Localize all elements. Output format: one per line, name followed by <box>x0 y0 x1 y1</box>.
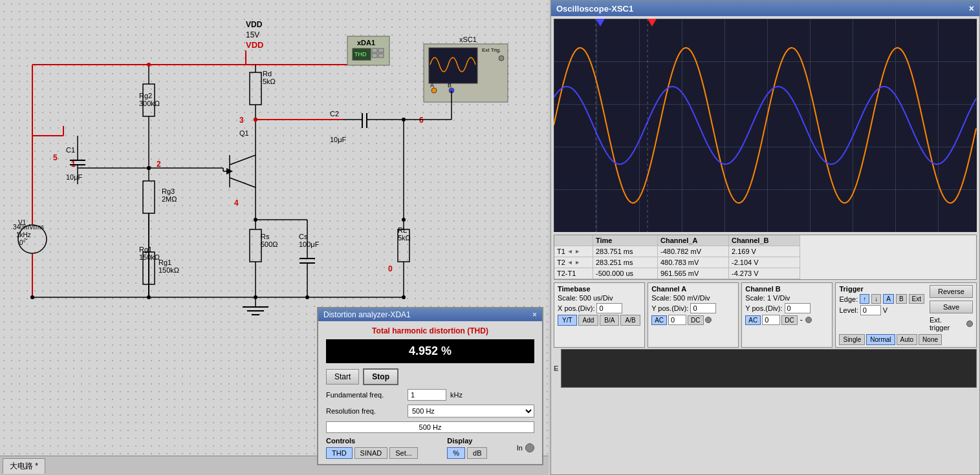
svg-text:Cs: Cs <box>299 233 308 240</box>
chan-ext-button[interactable]: Ext <box>909 294 924 304</box>
sinad-button[interactable]: SINAD <box>354 447 388 459</box>
cha-ac-button[interactable]: AC <box>651 315 667 325</box>
thd-display: 4.952 % <box>326 339 534 363</box>
t2-label[interactable]: T2 ◄ ► <box>554 257 593 268</box>
t1-label[interactable]: T1 ◄ ► <box>554 246 593 257</box>
chb-gnd-indicator <box>805 317 812 323</box>
level-unit: V <box>883 306 887 314</box>
svg-rect-109 <box>372 48 377 52</box>
set-button[interactable]: Set... <box>389 447 418 459</box>
resolution-freq-display: 500 Hz <box>326 421 534 433</box>
chb-ypos-input[interactable] <box>785 303 811 313</box>
svg-line-15 <box>230 155 256 165</box>
stop-button[interactable]: Stop <box>363 368 398 385</box>
in-dot <box>525 443 534 452</box>
thd-button[interactable]: THD <box>326 447 353 459</box>
cha-dc-button[interactable]: DC <box>688 315 703 325</box>
controls-btn-group: THD SINAD Set... <box>326 447 418 459</box>
save-button[interactable]: Save <box>930 301 973 313</box>
da-titlebar: Distortion analyzer-XDA1 × <box>318 308 542 321</box>
t1-cha: -480.782 mV <box>658 246 729 257</box>
da-close-button[interactable]: × <box>532 310 537 319</box>
t2t1-chb: -4.273 V <box>729 268 800 279</box>
controls-group: Controls THD SINAD Set... <box>326 437 418 459</box>
chan-a-button[interactable]: A <box>883 294 894 304</box>
ba-button[interactable]: B/A <box>600 315 619 326</box>
t2-chb: -2.104 V <box>729 257 800 268</box>
svg-text:Ext Trig.: Ext Trig. <box>482 47 501 53</box>
svg-rect-62 <box>250 229 261 262</box>
svg-text:Rd: Rd <box>263 70 272 78</box>
auto-button[interactable]: Auto <box>897 334 918 345</box>
controls-label: Controls <box>326 437 418 445</box>
timebase-xpos-label: X pos.(Div): <box>558 304 594 312</box>
cha-ypos-input[interactable] <box>690 303 716 313</box>
timebase-box: Timebase Scale: 500 us/Div X pos.(Div): … <box>554 282 645 348</box>
svg-text:5kΩ: 5kΩ <box>263 78 276 85</box>
timebase-xpos-input[interactable] <box>596 303 622 313</box>
fundamental-freq-label: Fundamental freq. <box>326 391 404 399</box>
svg-text:RL: RL <box>398 226 407 234</box>
db-button[interactable]: dB <box>467 447 487 459</box>
start-button[interactable]: Start <box>326 369 359 385</box>
channel-b-box: Channel B Scale: 1 V/Div Y pos.(Div): AC… <box>741 282 833 348</box>
timebase-title: Timebase <box>558 285 641 293</box>
svg-text:A: A <box>430 82 434 89</box>
chb-offset-input[interactable] <box>762 315 780 325</box>
e-label: E <box>554 364 558 372</box>
svg-text:15V: 15V <box>246 30 259 39</box>
add-button[interactable]: Add <box>578 315 599 326</box>
svg-rect-30 <box>143 181 155 213</box>
resolution-freq-select[interactable]: 500 Hz 1 kHz 2 kHz <box>408 405 534 417</box>
svg-text:xSC1: xSC1 <box>459 36 477 43</box>
svg-point-95 <box>305 295 309 299</box>
reverse-button[interactable]: Reverse <box>930 285 973 298</box>
chan-b-button[interactable]: B <box>896 294 907 304</box>
da-thd-title: Total harmonic distortion (THD) <box>326 326 534 335</box>
osc-waveform-canvas <box>554 19 977 232</box>
single-button[interactable]: Single <box>839 334 865 345</box>
circuit-tab[interactable]: 大电路 * <box>3 458 45 474</box>
fundamental-freq-input[interactable] <box>408 389 446 401</box>
timing-header-time: Time <box>593 235 658 246</box>
ab-button[interactable]: A/B <box>620 315 640 326</box>
osc-close-button[interactable]: × <box>969 3 974 14</box>
svg-rect-115 <box>429 48 477 83</box>
cha-ypos-label: Y pos.(Div): <box>651 304 688 312</box>
percent-button[interactable]: % <box>447 447 465 459</box>
svg-text:150kΩ: 150kΩ <box>139 253 160 261</box>
timing-header-cha: Channel_A <box>658 235 729 246</box>
svg-point-83 <box>254 118 257 121</box>
level-input[interactable] <box>860 305 881 315</box>
svg-text:4: 4 <box>234 198 239 207</box>
trigger-controls: Trigger Edge: ↑ ↓ A B Ext Level: V <box>839 285 924 332</box>
osc-screen <box>554 19 977 232</box>
t2t1-cha: 961.565 mV <box>658 268 729 279</box>
yt-button[interactable]: Y/T <box>558 315 577 326</box>
channel-b-title: Channel B <box>745 285 829 293</box>
timebase-scale-label: Scale: <box>558 294 578 302</box>
none-button[interactable]: None <box>919 334 942 345</box>
svg-text:C2: C2 <box>330 110 339 118</box>
svg-text:B: B <box>448 82 452 89</box>
chb-dc-button[interactable]: DC <box>781 315 797 325</box>
in-label: In <box>517 444 523 452</box>
svg-text:xDA1: xDA1 <box>357 39 375 47</box>
svg-point-85 <box>402 218 406 222</box>
da-content: Total harmonic distortion (THD) 4.952 % … <box>318 321 542 464</box>
edge-fall-button[interactable]: ↓ <box>871 294 881 304</box>
cha-offset-input[interactable] <box>668 315 686 325</box>
svg-text:1kHz: 1kHz <box>16 231 31 238</box>
ext-trigger-dot <box>966 321 973 327</box>
svg-point-93 <box>30 295 34 299</box>
level-label: Level: <box>839 306 858 314</box>
svg-text:2MΩ: 2MΩ <box>162 195 177 203</box>
chb-ac-button[interactable]: AC <box>745 315 761 325</box>
timing-table: Time Channel_A Channel_B T1 ◄ ► 283.751 … <box>554 235 977 280</box>
svg-point-96 <box>402 295 406 299</box>
svg-text:THD: THD <box>354 51 367 58</box>
normal-button[interactable]: Normal <box>866 334 895 345</box>
edge-rise-button[interactable]: ↑ <box>860 294 869 304</box>
svg-point-117 <box>499 56 504 61</box>
da-start-stop-row: Start Stop <box>326 368 534 385</box>
